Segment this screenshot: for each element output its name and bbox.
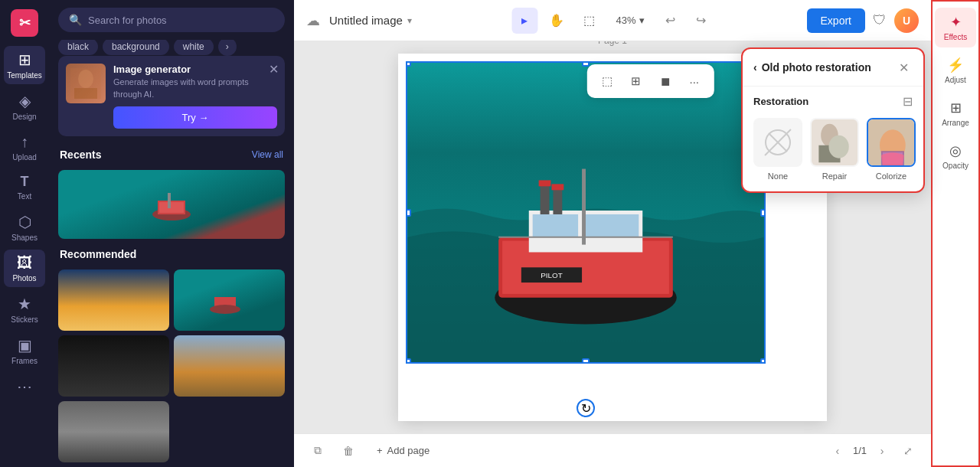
frames-icon: ▣ <box>18 336 32 354</box>
list-item[interactable] <box>58 335 169 397</box>
boat-scene: PILOT <box>407 63 764 362</box>
rotation-handle[interactable]: ↻ <box>577 399 595 417</box>
selection-handle-bc[interactable] <box>582 358 590 364</box>
view-all-button[interactable]: View all <box>252 149 283 160</box>
repair-option[interactable]: Repair <box>810 118 859 181</box>
list-item[interactable] <box>174 335 285 397</box>
more-options-button[interactable]: ··· <box>682 69 707 93</box>
recents-grid <box>49 165 294 243</box>
tags-arrow[interactable]: › <box>218 40 237 56</box>
adjust-label: Adjust <box>945 76 966 84</box>
repair-label: Repair <box>822 171 847 181</box>
image-gen-close-button[interactable]: ✕ <box>269 62 279 77</box>
none-label: None <box>768 171 788 181</box>
tag-black[interactable]: black <box>58 40 98 55</box>
prev-page-button[interactable]: ‹ <box>828 442 847 460</box>
zoom-selector[interactable]: 43% ▾ <box>608 11 652 29</box>
canvas-toolbar: ⬚ ⊞ ◼ ··· <box>587 64 714 98</box>
search-input[interactable] <box>88 15 274 26</box>
shapes-icon: ⬡ <box>18 213 31 231</box>
try-button[interactable]: Try → <box>113 106 277 129</box>
hand-tool-button[interactable]: ✋ <box>544 8 570 34</box>
list-item[interactable] <box>58 170 285 239</box>
tag-white[interactable]: white <box>174 40 214 55</box>
sidebar-item-text[interactable]: T Text <box>4 169 45 205</box>
close-button[interactable]: ✕ <box>894 58 913 77</box>
design-icon: ◈ <box>19 92 31 110</box>
title-text: Untitled image <box>329 14 403 27</box>
next-page-button[interactable]: › <box>873 442 891 460</box>
sidebar-item-photos[interactable]: 🖼 Photos <box>4 250 45 287</box>
colorize-option[interactable]: Colorize <box>867 118 916 181</box>
selection-handle-bl[interactable] <box>406 358 411 364</box>
export-button[interactable]: Export <box>807 8 865 33</box>
text-icon: T <box>21 174 29 190</box>
svg-point-8 <box>210 305 240 314</box>
stickers-icon: ★ <box>18 295 31 313</box>
selection-handle-mr[interactable] <box>760 209 766 217</box>
arrange-label: Arrange <box>942 119 969 127</box>
toolbar-center: ▸ ✋ ⬚ 43% ▾ ↩ ↪ <box>511 8 713 34</box>
sidebar-item-stickers[interactable]: ★ Stickers <box>4 290 45 328</box>
sidebar-item-label: Frames <box>11 357 38 365</box>
selection-handle-br[interactable] <box>760 358 766 364</box>
sidebar-item-more[interactable]: ⋯ <box>4 373 45 400</box>
avatar[interactable]: U <box>894 8 919 33</box>
svg-rect-22 <box>551 184 564 190</box>
redo-button[interactable]: ↪ <box>689 8 714 33</box>
opacity-tool[interactable]: ◎ Opacity <box>935 136 976 176</box>
none-option[interactable]: None <box>753 118 802 181</box>
duplicate-page-button[interactable]: ⧉ <box>306 439 329 462</box>
restoration-section: Restoration ⊟ <box>743 87 923 113</box>
arrange-tool[interactable]: ⊞ Arrange <box>935 93 976 133</box>
cloud-icon: ☁ <box>306 12 320 29</box>
sidebar-item-design[interactable]: ◈ Design <box>4 87 45 126</box>
delete-page-button[interactable]: 🗑 <box>337 439 360 462</box>
add-icon: + <box>377 445 383 456</box>
chevron-down-icon: ▾ <box>407 15 412 26</box>
adjust-icon: ⚡ <box>947 57 964 73</box>
tags-row: black background white › <box>49 40 294 56</box>
sidebar-item-shapes[interactable]: ⬡ Shapes <box>4 208 45 247</box>
opacity-icon: ◎ <box>949 142 962 159</box>
image-gen-thumbnail <box>66 64 106 103</box>
select-tool-button[interactable]: ▸ <box>511 8 537 34</box>
sidebar-item-templates[interactable]: ⊞ Templates <box>4 46 45 84</box>
document-title[interactable]: Untitled image ▾ <box>329 14 412 27</box>
expand-button[interactable]: ⤢ <box>897 440 919 462</box>
bottom-bar: ⧉ 🗑 + Add page ‹ 1/1 › ⤢ <box>294 433 931 467</box>
top-bar: ☁ Untitled image ▾ ▸ ✋ ⬚ 43% ▾ ↩ ↪ Expor… <box>294 0 931 41</box>
search-bar[interactable]: 🔍 <box>58 8 285 32</box>
boat-illustration: PILOT <box>407 63 764 362</box>
shield-icon: 🛡 <box>873 12 887 28</box>
undo-button[interactable]: ↩ <box>658 8 683 33</box>
effects-panel: ‹ Old photo restoration ✕ Restoration ⊟ … <box>741 47 925 193</box>
adjust-tool[interactable]: ⚡ Adjust <box>935 51 976 90</box>
selection-handle-tl[interactable] <box>406 61 411 67</box>
restoration-options: None Repair <box>743 113 923 191</box>
toolbar-right: Export 🛡 U <box>807 8 919 33</box>
tag-background[interactable]: background <box>103 40 169 55</box>
selection-handle-ml[interactable] <box>406 209 411 217</box>
list-item[interactable] <box>58 269 169 331</box>
crop-tool-button[interactable]: ⬚ <box>595 69 619 93</box>
svg-rect-5 <box>159 202 184 213</box>
layout-tool-button[interactable]: ⊞ <box>624 69 648 93</box>
frame-tool-button[interactable]: ⬚ <box>576 8 602 34</box>
list-item[interactable] <box>174 269 285 331</box>
recents-header: Recents View all <box>49 144 294 165</box>
back-button[interactable]: ‹ Old photo restoration <box>753 61 871 73</box>
svg-rect-14 <box>533 214 578 237</box>
selection-handle-tc[interactable] <box>582 61 590 67</box>
effects-tool[interactable]: ✦ Effects <box>935 8 976 47</box>
sidebar-item-frames[interactable]: ▣ Frames <box>4 331 45 370</box>
svg-rect-18 <box>582 169 586 245</box>
app-logo[interactable]: ✂ <box>11 9 38 37</box>
sidebar-item-upload[interactable]: ↑ Upload <box>4 129 45 166</box>
canvas-image[interactable]: PILOT <box>406 61 766 364</box>
compare-button[interactable]: ⊟ <box>903 94 913 109</box>
recents-title: Recents <box>60 149 101 161</box>
add-page-button[interactable]: + Add page <box>368 441 439 460</box>
list-item[interactable] <box>58 401 169 462</box>
background-tool-button[interactable]: ◼ <box>653 69 678 93</box>
